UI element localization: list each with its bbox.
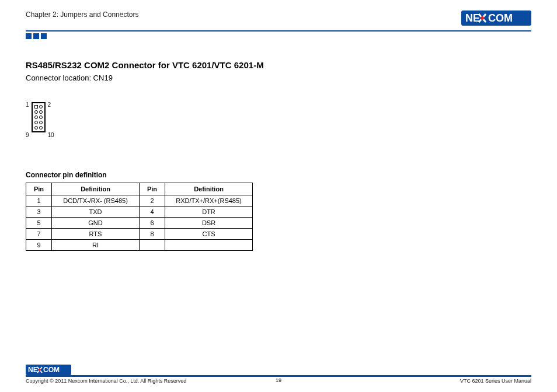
svg-text:NE: NE bbox=[28, 366, 38, 374]
th-pin-a: Pin bbox=[26, 183, 52, 195]
footer-logo: NE COM bbox=[26, 365, 71, 375]
pin-1-icon bbox=[34, 105, 38, 108]
pin-4-icon bbox=[39, 110, 43, 114]
th-def-a: Definition bbox=[52, 183, 140, 195]
pin-2-icon bbox=[39, 105, 43, 108]
header-rule bbox=[26, 30, 531, 32]
table-cell bbox=[165, 240, 253, 251]
table-row: 7RTS8CTS bbox=[26, 229, 253, 240]
connector-box bbox=[32, 102, 46, 132]
page-footer: NE COM Copyright © 2011 Nexcom Internati… bbox=[26, 365, 531, 384]
table-cell: 1 bbox=[26, 195, 52, 206]
table-row: 9RI bbox=[26, 240, 253, 251]
table-cell: 3 bbox=[26, 206, 52, 218]
table-cell: 9 bbox=[26, 240, 52, 251]
chapter-title: Chapter 2: Jumpers and Connectors bbox=[26, 10, 138, 19]
section-subtitle: Connector location: CN19 bbox=[26, 74, 531, 82]
pin-label-1: 1 bbox=[26, 102, 29, 108]
table-cell: 2 bbox=[140, 195, 165, 206]
table-cell: DTR bbox=[165, 206, 253, 218]
th-def-b: Definition bbox=[165, 183, 253, 195]
pin-5-icon bbox=[34, 116, 38, 119]
table-cell: 4 bbox=[140, 206, 165, 218]
table-cell: 7 bbox=[26, 229, 52, 240]
table-cell: 5 bbox=[26, 218, 52, 229]
table-cell: TXD bbox=[52, 206, 140, 218]
table-cell: RTS bbox=[52, 229, 140, 240]
table-cell: DCD/TX-/RX- (RS485) bbox=[52, 195, 140, 206]
table-row: 1DCD/TX-/RX- (RS485)2RXD/TX+/RX+(RS485) bbox=[26, 195, 253, 206]
pin-label-9: 9 bbox=[26, 132, 29, 138]
table-cell: 8 bbox=[140, 229, 165, 240]
brand-logo: NE COM bbox=[461, 10, 531, 26]
table-cell bbox=[140, 240, 165, 251]
pin-7-icon bbox=[34, 121, 38, 124]
table-cell: DSR bbox=[165, 218, 253, 229]
svg-point-6 bbox=[39, 369, 41, 371]
table-cell: 6 bbox=[140, 218, 165, 229]
pin-3-icon bbox=[34, 110, 38, 114]
footer-page-number: 19 bbox=[26, 377, 531, 383]
pin-6-icon bbox=[39, 116, 43, 119]
section-title: RS485/RS232 COM2 Connector for VTC 6201/… bbox=[26, 60, 531, 70]
table-cell: CTS bbox=[165, 229, 253, 240]
pin-8-icon bbox=[39, 121, 43, 124]
svg-point-2 bbox=[481, 16, 484, 20]
table-cell: RI bbox=[52, 240, 140, 251]
decor-squares bbox=[26, 33, 531, 39]
th-pin-b: Pin bbox=[140, 183, 165, 195]
table-cell: GND bbox=[52, 218, 140, 229]
pin-label-10: 10 bbox=[48, 132, 54, 138]
pin-9-icon bbox=[34, 126, 38, 130]
footer-rule bbox=[26, 375, 531, 377]
table-row: 5GND6DSR bbox=[26, 218, 253, 229]
table-header-row: Pin Definition Pin Definition bbox=[26, 183, 253, 195]
svg-text:COM: COM bbox=[488, 12, 513, 24]
pin-label-2: 2 bbox=[48, 102, 54, 108]
connector-diagram: 1 9 2 10 bbox=[26, 102, 531, 138]
svg-text:NE: NE bbox=[465, 12, 480, 24]
pin-10-icon bbox=[39, 126, 43, 130]
svg-text:COM: COM bbox=[43, 366, 60, 374]
table-row: 3TXD4DTR bbox=[26, 206, 253, 218]
table-caption: Connector pin definition bbox=[26, 171, 531, 179]
pin-definition-table: Pin Definition Pin Definition 1DCD/TX-/R… bbox=[26, 183, 253, 251]
table-cell: RXD/TX+/RX+(RS485) bbox=[165, 195, 253, 206]
